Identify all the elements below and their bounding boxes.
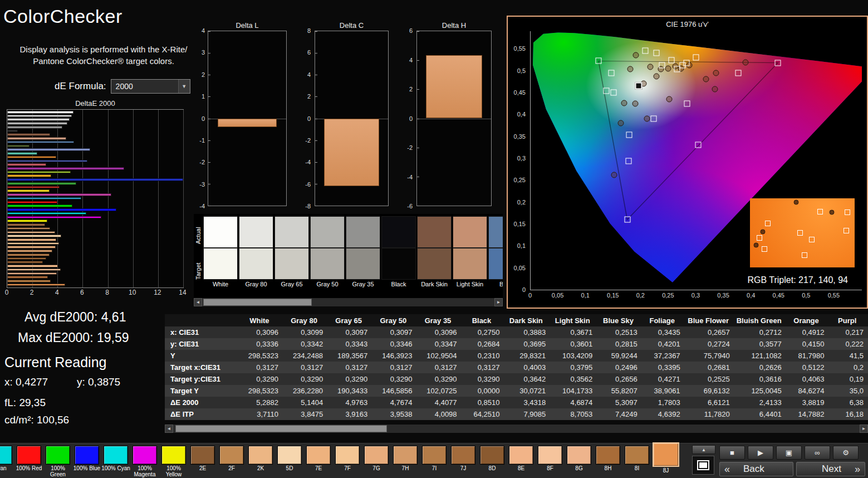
deltaE-bar-8j [7,284,65,286]
patch-button-100-red[interactable]: 100% Red [14,445,43,477]
patch-button-8h[interactable]: 8H [594,445,622,477]
y-tick-label: 6 [307,49,311,56]
patch-button-100-magenta[interactable]: 100% Magenta [130,445,159,477]
pattern-window-button[interactable] [692,456,714,475]
patch-button-7f[interactable]: 7F [333,445,362,477]
scrollbar-track[interactable] [202,298,494,306]
column-header-gray-65: Gray 65 [327,314,372,326]
scroll-right-button[interactable]: ► [494,298,503,306]
patch-button-cyan[interactable]: Cyan [0,445,14,477]
patch-color-swatch [335,446,360,465]
y-tick [315,96,317,97]
de-formula-dropdown[interactable]: 2000 ▼ [111,79,190,94]
table-cell: 4,7674 [372,397,416,408]
patch-name-label: Gray 65 [274,281,309,287]
y-tick [315,162,317,163]
deltaE-bar-orange-yellow [7,174,51,177]
cie-x-axis: 00,050,10,150,20,250,30,350,40,450,50,55 [530,292,861,300]
table-cell: 16,18 [828,408,868,420]
table-cell: 0,3290 [462,373,504,385]
patch-button-8i[interactable]: 8I [622,445,651,477]
patch-button-100-yellow[interactable]: 100% Yellow [159,445,188,477]
patch-button-2k[interactable]: 2K [246,445,275,477]
play-button[interactable]: ▶ [748,446,773,460]
patch-column-blue: Blue [488,216,503,296]
target-point [695,142,702,148]
stop-button[interactable]: ■ [719,446,745,460]
actual-swatch [417,216,452,248]
scroll-left-button[interactable]: ◄ [165,425,173,433]
table-cell: 0,3562 [550,373,597,385]
table-cell: 37,2367 [642,350,685,362]
patch-button-100-cyan[interactable]: 100% Cyan [101,445,130,477]
scrollbar-thumb[interactable] [175,425,387,432]
patch-color-swatch [596,446,620,465]
patch-button-2f[interactable]: 2F [217,445,246,477]
table-cell: 104,1733 [550,385,597,397]
patch-button-5d[interactable]: 5D [275,445,304,477]
patch-button-label: 8H [594,466,622,472]
deltaE-bar-7f [7,242,59,245]
patch-button-100-green[interactable]: 100% Green [43,445,72,477]
swatch-strip-scrollbar[interactable]: ◄ ► [194,298,503,306]
patch-button-7j[interactable]: 7J [449,445,478,477]
pattern-button[interactable]: ▣ [776,446,802,460]
deltaE-bar-8i [7,280,51,282]
delta-h-bar [426,55,482,118]
row-header-target-x-cie31: Target x:CIE31 [165,362,238,373]
x-tick-label: 0,5 [802,292,810,299]
table-cell: 0,19 [828,373,868,385]
table-row: Target x:CIE310,31270,31270,31270,31270,… [165,362,868,373]
patch-button-2e[interactable]: 2E [188,445,217,477]
x-tick-label: 0,3 [692,292,700,299]
table-cell: 3,8475 [283,408,327,420]
patch-button-7i[interactable]: 7I [420,445,449,477]
patch-button-8g[interactable]: 8G [565,445,594,477]
table-cell: 4,4077 [416,397,461,408]
patch-button-8j[interactable]: 8J [651,445,680,477]
patch-button-7h[interactable]: 7H [391,445,420,477]
cie-plot [530,31,862,290]
table-scrollbar[interactable]: ◄ ► [165,425,868,433]
scrollbar-track[interactable] [173,425,860,433]
table-cell: 0,3290 [238,373,283,385]
table-cell: 0,2681 [685,362,734,373]
settings-button[interactable]: ⚙ [833,446,859,460]
delta-l-y-axis: 43210-1-2-3-4 [194,31,207,206]
y-tick-label: 0,05 [514,265,526,271]
patch-button-8e[interactable]: 8E [507,445,536,477]
x-tick-label: 14 [179,289,186,296]
patch-color-swatch [306,446,331,465]
patch-button-100-blue[interactable]: 100% Blue [72,445,101,477]
y-tick-label: 3 [202,49,205,56]
deltaE-bar-yellow [7,189,50,192]
deltaE-bar-blue-flower [7,148,90,151]
column-header-orange: Orange [786,314,829,326]
table-cell: 55,8207 [597,385,641,397]
scroll-left-button[interactable]: ◄ [194,298,202,306]
measurement-point [665,65,671,71]
patch-name-label: Blue [488,281,503,287]
patch-button-8d[interactable]: 8D [478,445,507,477]
y-tick-label: 0,35 [514,133,526,140]
patch-button-label: 7F [333,466,362,472]
scrollbar-thumb[interactable] [203,299,312,306]
next-button[interactable]: Next » [796,462,865,476]
patch-button-8f[interactable]: 8F [536,445,565,477]
deltaE-bar-purple [7,167,124,170]
table-cell: 6,4401 [734,408,786,420]
patch-color-swatch [161,446,186,465]
target-point [668,57,674,63]
measurement-point [621,100,627,106]
y-tick [417,177,419,177]
scroll-right-button[interactable]: ► [860,425,868,433]
panel-handle-button[interactable]: ▲ [692,445,715,454]
y-tick-label: 4 [202,27,205,34]
back-button[interactable]: « Back [719,462,793,476]
deltaE-bar-white [7,111,73,114]
patch-button-7e[interactable]: 7E [304,445,333,477]
table-cell: 0,2712 [734,326,786,338]
y-tick-label: 2 [409,86,413,92]
patch-button-7g[interactable]: 7G [362,445,391,477]
continuous-read-button[interactable]: ∞ [805,446,830,460]
